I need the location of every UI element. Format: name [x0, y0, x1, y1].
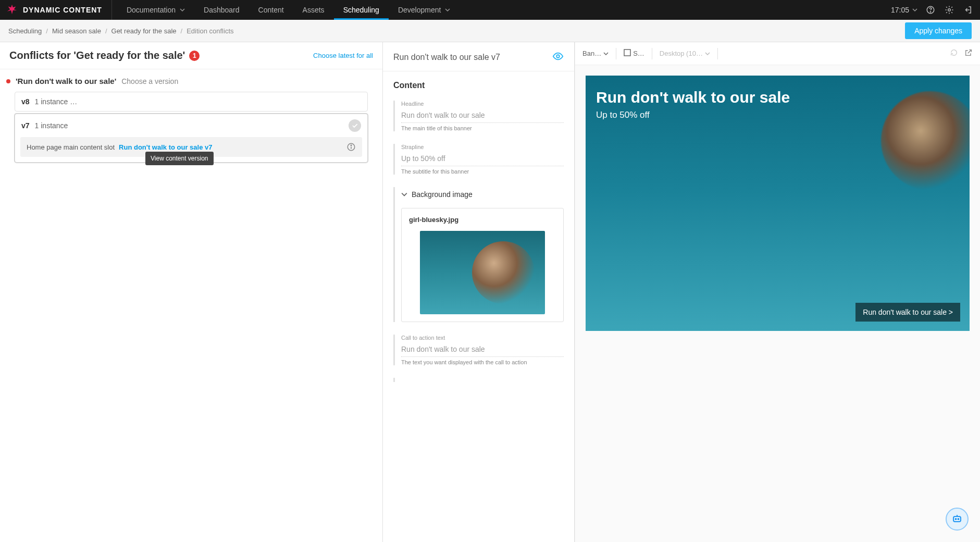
crumb-mid-season-sale[interactable]: Mid season sale	[52, 27, 101, 35]
svg-rect-9	[953, 516, 961, 522]
time-selector[interactable]: 17:05	[891, 6, 917, 14]
nav-scheduling-label: Scheduling	[343, 6, 379, 14]
nav-assets[interactable]: Assets	[293, 0, 334, 20]
preview-size-value: S…	[633, 50, 644, 57]
preview-device-select[interactable]: Desktop (10…	[660, 50, 710, 57]
headline-input[interactable]	[401, 109, 564, 123]
version-number: v8	[21, 97, 30, 106]
headline-help: The main title of this banner	[401, 125, 564, 131]
content-form-header: Run don't walk to our sale v7	[383, 42, 574, 71]
crumb-current: Edition conflicts	[187, 27, 233, 35]
apply-changes-button[interactable]: Apply changes	[905, 22, 972, 39]
brand-icon	[6, 4, 18, 17]
conflicts-title: Conflicts for 'Get ready for the sale'	[9, 50, 185, 61]
open-external-icon[interactable]	[964, 48, 973, 58]
svg-point-6	[351, 145, 352, 146]
conflicts-panel: Conflicts for 'Get ready for the sale' 1…	[0, 42, 383, 542]
chevron-down-icon	[603, 51, 609, 56]
preview-device-value: Desktop (10…	[660, 50, 703, 57]
crumb-scheduling[interactable]: Scheduling	[8, 27, 42, 35]
slot-name: Home page main content slot	[27, 143, 115, 151]
preview-toggle-icon[interactable]	[552, 51, 564, 64]
conflicts-header: Conflicts for 'Get ready for the sale' 1…	[0, 42, 382, 69]
help-icon[interactable]	[925, 4, 936, 16]
cta-input[interactable]	[401, 343, 564, 357]
conflicts-count-badge: 1	[189, 51, 200, 61]
conflict-name: 'Run don't walk to our sale'	[16, 77, 116, 85]
svg-rect-8	[624, 50, 630, 56]
nav-dashboard-label: Dashboard	[204, 6, 240, 14]
conflict-status-icon	[6, 79, 10, 83]
settings-icon[interactable]	[944, 4, 955, 16]
logout-icon[interactable]	[962, 4, 974, 16]
nav-development[interactable]: Development	[389, 0, 460, 20]
nav-dashboard[interactable]: Dashboard	[194, 0, 249, 20]
brand: DYNAMIC CONTENT	[6, 0, 112, 20]
topbar: DYNAMIC CONTENT Documentation Dashboard …	[0, 0, 980, 20]
brand-text: DYNAMIC CONTENT	[23, 6, 102, 14]
subheader: Scheduling/ Mid season sale/ Get ready f…	[0, 20, 980, 42]
preview-type-select[interactable]: Ban…	[582, 50, 609, 57]
background-image-card[interactable]: girl-bluesky.jpg	[401, 208, 564, 322]
svg-point-7	[556, 55, 560, 58]
main-nav: Documentation Dashboard Content Assets S…	[117, 0, 460, 20]
nav-documentation-label: Documentation	[127, 6, 176, 14]
chevron-down-icon	[401, 191, 407, 198]
strapline-input[interactable]	[401, 152, 564, 166]
cta-field: Call to action text The text you want di…	[393, 335, 564, 365]
preview-toolbar: Ban… S… Desktop (10…	[575, 42, 980, 65]
selected-check-icon	[349, 119, 361, 132]
strapline-field: Strapline The subtitle for this banner	[393, 144, 564, 175]
background-image-label: Background image	[412, 190, 473, 199]
preview-body: Run don't walk to our sale Up to 50% off…	[575, 65, 980, 542]
nav-documentation[interactable]: Documentation	[117, 0, 194, 20]
info-icon[interactable]	[346, 142, 356, 152]
chevron-down-icon	[445, 6, 450, 14]
tooltip: View content version	[145, 152, 214, 165]
choose-version-hint: Choose a version	[121, 77, 178, 85]
background-image-toggle[interactable]: Background image	[401, 187, 564, 202]
preview-type-value: Ban…	[582, 50, 601, 57]
chevron-down-icon	[705, 51, 710, 56]
chat-bubble-button[interactable]	[946, 508, 969, 531]
section-title: Content	[393, 81, 564, 90]
chat-bot-icon	[951, 513, 963, 525]
background-image-filename: girl-bluesky.jpg	[409, 216, 556, 224]
svg-point-2	[930, 11, 931, 12]
banner-title: Run don't walk to our sale	[596, 88, 850, 107]
slot-row: Home page main content slot Run don't wa…	[20, 137, 362, 157]
version-card-v8[interactable]: v8 1 instance …	[15, 92, 368, 112]
version-card-v7[interactable]: v7 1 instance Home page main content slo…	[15, 114, 368, 163]
breadcrumb: Scheduling/ Mid season sale/ Get ready f…	[8, 27, 234, 35]
nav-content[interactable]: Content	[249, 0, 293, 20]
content-form-panel: Run don't walk to our sale v7 Content He…	[383, 42, 575, 542]
nav-development-label: Development	[398, 6, 441, 14]
background-image-thumbnail	[420, 231, 545, 314]
svg-point-11	[958, 519, 959, 520]
version-instances: 1 instance	[35, 121, 68, 130]
rotate-icon[interactable]	[950, 48, 958, 58]
crumb-get-ready[interactable]: Get ready for the sale	[111, 27, 177, 35]
square-icon	[624, 49, 631, 58]
strapline-label: Strapline	[401, 144, 564, 150]
svg-point-10	[956, 519, 957, 520]
banner-cta: Run don't walk to our sale >	[855, 303, 960, 322]
choose-latest-all-link[interactable]: Choose latest for all	[313, 52, 373, 59]
nav-scheduling[interactable]: Scheduling	[334, 0, 389, 20]
preview-size-select[interactable]: S…	[624, 49, 644, 58]
headline-field: Headline The main title of this banner	[393, 101, 564, 131]
cta-label: Call to action text	[401, 335, 564, 341]
nav-content-label: Content	[258, 6, 284, 14]
banner-preview: Run don't walk to our sale Up to 50% off…	[586, 76, 970, 331]
headline-label: Headline	[401, 101, 564, 107]
preview-panel: Ban… S… Desktop (10… Run don't walk	[575, 42, 980, 542]
nav-assets-label: Assets	[303, 6, 325, 14]
strapline-help: The subtitle for this banner	[401, 168, 564, 175]
content-title: Run don't walk to our sale v7	[393, 53, 500, 62]
slot-content-link[interactable]: Run don't walk to our sale v7	[119, 143, 212, 151]
topbar-right: 17:05	[891, 4, 974, 16]
banner-image-decoration	[881, 91, 970, 190]
time-value: 17:05	[891, 6, 909, 14]
version-instances: 1 instance …	[35, 97, 78, 106]
chevron-down-icon	[180, 6, 185, 14]
